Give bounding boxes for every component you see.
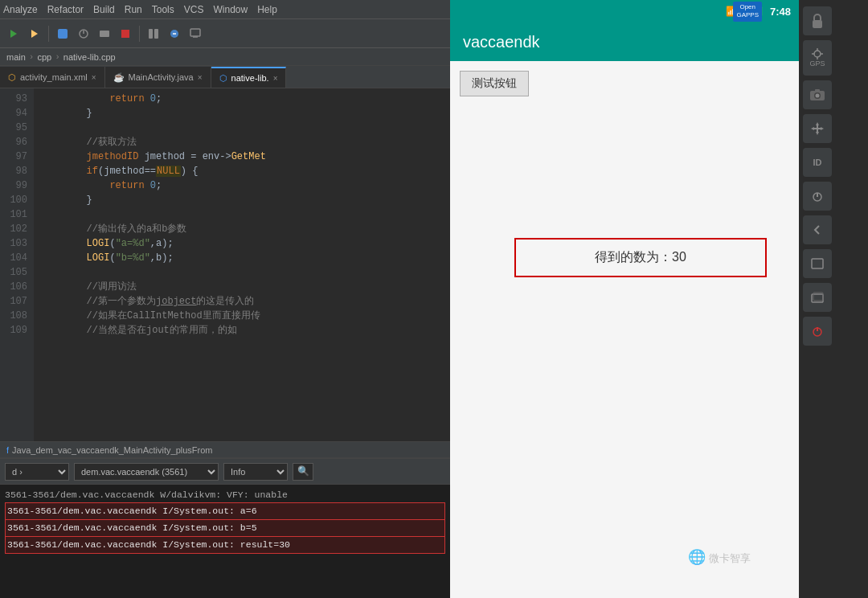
svg-marker-1 <box>31 30 38 38</box>
menu-vcs[interactable]: VCS <box>184 4 204 15</box>
code-line-95 <box>40 121 444 135</box>
svg-marker-28 <box>821 127 824 130</box>
tool-btn-2[interactable] <box>75 25 92 43</box>
tab-mainactivity[interactable]: ☕ MainActivity.java × <box>105 67 211 88</box>
code-line-107: //第一个参数为jobject的这是传入的 <box>40 294 444 309</box>
svg-marker-0 <box>10 30 17 38</box>
breadcrumb-main: main <box>6 52 26 62</box>
code-line-100: } <box>40 193 444 207</box>
toolbar-sep-1 <box>48 26 49 42</box>
device-panel: OpenGAPPS 📶 ▲ 🔋 7:48 vaccaendk 测试按钮 得到的数… <box>450 0 836 598</box>
menu-refactor[interactable]: Refactor <box>47 4 84 15</box>
menu-tools[interactable]: Tools <box>152 4 174 15</box>
sidebar-btn-recents[interactable] <box>803 283 832 312</box>
svg-point-14 <box>814 51 821 57</box>
code-line-98: if(jmethod==NULL) { <box>40 164 444 178</box>
log-dropdown-level[interactable]: Info <box>223 463 288 481</box>
ide-main: ⬡ activity_main.xml × ☕ MainActivity.jav… <box>0 66 450 598</box>
breadcrumb-file[interactable]: native-lib.cpp <box>63 52 116 62</box>
code-editor[interactable]: 93 94 95 96 97 98 99 100 101 102 103 104… <box>0 88 450 441</box>
toolbar-sep-2 <box>139 26 140 42</box>
tab-close-2[interactable]: × <box>273 74 278 83</box>
sidebar-btn-lock[interactable] <box>803 6 832 35</box>
code-line-105 <box>40 265 444 280</box>
tab-close-0[interactable]: × <box>92 73 96 82</box>
svg-rect-11 <box>190 29 200 36</box>
tool-btn-5[interactable] <box>166 25 183 43</box>
android-screen: OpenGAPPS 📶 ▲ 🔋 7:48 vaccaendk 测试按钮 得到的数… <box>450 0 799 598</box>
log-line-0: 3561-3561/dem.vac.vaccaendk W/dalvikvm: … <box>5 488 445 502</box>
code-line-96: //获取方法 <box>40 135 444 150</box>
menu-build[interactable]: Build <box>93 4 115 15</box>
svg-rect-5 <box>100 31 109 37</box>
menu-window[interactable]: Window <box>213 4 248 15</box>
code-line-94: } <box>40 106 444 121</box>
tool-btn-6[interactable] <box>186 25 204 43</box>
test-button[interactable]: 测试按钮 <box>460 71 529 96</box>
device-sidebar: GPS ID <box>799 0 836 598</box>
code-line-99: return 0; <box>40 178 444 193</box>
sidebar-btn-move[interactable] <box>803 114 832 143</box>
code-content: return 0; } //获取方法 jmethodID jmethod = e… <box>34 88 450 441</box>
log-output: 3561-3561/dem.vac.vaccaendk W/dalvikvm: … <box>0 485 450 598</box>
svg-rect-6 <box>121 30 129 38</box>
svg-rect-31 <box>812 259 823 268</box>
svg-marker-25 <box>816 122 819 125</box>
svg-rect-22 <box>815 89 820 92</box>
tab-close-1[interactable]: × <box>198 73 203 82</box>
log-search-btn[interactable]: 🔍 <box>293 463 313 481</box>
code-line-108: //如果在CallIntMethod里而直接用传 <box>40 309 444 323</box>
code-line-93: return 0; <box>40 92 444 106</box>
svg-rect-7 <box>149 29 153 39</box>
tool-btn-3[interactable] <box>96 25 113 43</box>
tab-activity-main[interactable]: ⬡ activity_main.xml × <box>0 67 105 88</box>
debug-btn[interactable] <box>26 25 43 43</box>
sidebar-btn-power[interactable] <box>803 182 832 211</box>
tool-btn-4[interactable] <box>145 25 162 43</box>
app-bar: vaccaendk <box>450 23 799 61</box>
bottom-toolbar: d › dem.vac.vaccaendk (3561) Info 🔍 <box>0 459 450 485</box>
result-box: 得到的数为：30 <box>514 238 767 277</box>
breadcrumb-cpp: cpp <box>37 52 51 62</box>
sidebar-btn-gps[interactable]: GPS <box>803 40 832 76</box>
svg-rect-13 <box>813 20 822 28</box>
app-content: 测试按钮 得到的数为：30 🌐 微卡智享 <box>450 61 799 598</box>
menu-analyze[interactable]: Analyze <box>3 4 38 15</box>
svg-marker-27 <box>811 127 814 130</box>
run-btn[interactable] <box>5 25 23 43</box>
file-label-text: Java_dem_vac_vaccaendk_MainActivity_plus… <box>12 445 212 455</box>
sidebar-btn-shutdown[interactable] <box>803 317 832 346</box>
stop-btn[interactable] <box>117 25 134 43</box>
code-line-101 <box>40 207 444 222</box>
line-numbers: 93 94 95 96 97 98 99 100 101 102 103 104… <box>0 88 34 441</box>
svg-marker-26 <box>816 132 819 135</box>
tool-btn-1[interactable] <box>54 25 72 43</box>
status-bar: OpenGAPPS 📶 ▲ 🔋 7:48 <box>450 0 799 23</box>
toolbar <box>0 19 450 48</box>
tab-native-lib[interactable]: ⬡ native-lib. × <box>211 67 287 88</box>
code-line-109: //当然是否在jout的常用而，的如 <box>40 323 444 338</box>
code-line-104: LOGI("b=%d",b); <box>40 251 444 265</box>
log-line-2: 3561-3561/dem.vac.vaccaendk I/System.out… <box>5 520 445 537</box>
svg-rect-2 <box>58 29 68 39</box>
ide-panel: Analyze Refactor Build Run Tools VCS Win… <box>0 0 450 598</box>
log-line-3: 3561-3561/dem.vac.vaccaendk I/System.out… <box>5 537 445 554</box>
menu-help[interactable]: Help <box>257 4 277 15</box>
sidebar-btn-id[interactable]: ID <box>803 148 832 177</box>
log-line-1: 3561-3561/dem.vac.vaccaendk I/System.out… <box>5 502 445 520</box>
file-label: f Java_dem_vac_vaccaendk_MainActivity_pl… <box>0 441 450 457</box>
code-line-103: LOGI("a=%d",a); <box>40 236 444 251</box>
log-dropdown-package[interactable]: dem.vac.vaccaendk (3561) <box>74 463 219 481</box>
menu-bar: Analyze Refactor Build Run Tools VCS Win… <box>0 0 450 19</box>
menu-run[interactable]: Run <box>125 4 142 15</box>
sidebar-btn-back[interactable] <box>803 215 832 244</box>
app-title: vaccaendk <box>463 33 540 51</box>
watermark: 🌐 微卡智享 <box>688 548 751 566</box>
code-line-106: //调用访法 <box>40 280 444 294</box>
svg-rect-8 <box>154 29 158 39</box>
log-dropdown-arrow[interactable]: d › <box>5 463 69 481</box>
open-gapps-badge: OpenGAPPS <box>733 2 762 22</box>
sidebar-btn-camera[interactable] <box>803 80 832 109</box>
breadcrumb-bar: main › cpp › native-lib.cpp <box>0 48 450 66</box>
sidebar-btn-home[interactable] <box>803 249 832 278</box>
